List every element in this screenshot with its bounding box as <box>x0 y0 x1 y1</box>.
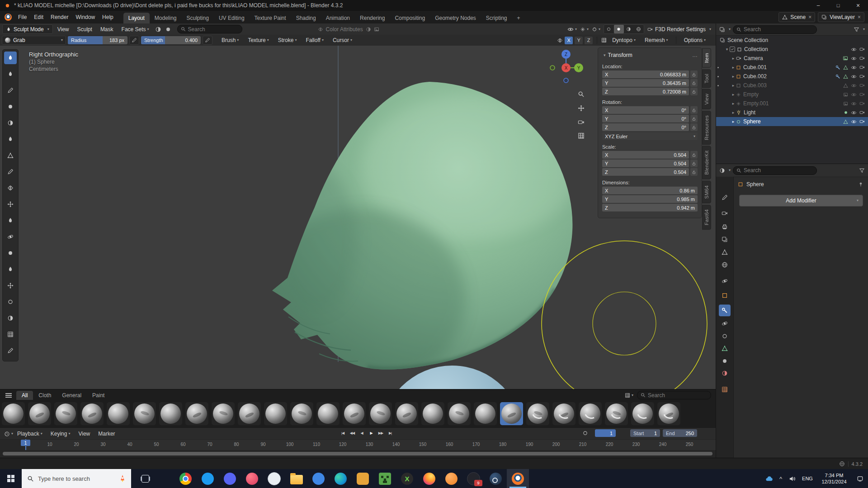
pan-button[interactable] <box>576 103 586 113</box>
taskbar-app-xbox[interactable] <box>396 469 418 488</box>
taskbar-app-brave[interactable] <box>440 469 462 488</box>
perspective-toggle-button[interactable] <box>576 131 586 141</box>
scale-x-field[interactable]: X0.504 <box>602 151 689 159</box>
tab-material[interactable] <box>719 367 731 379</box>
rotation-z-field[interactable]: Z0° <box>602 123 689 131</box>
brush-thumbnail[interactable] <box>631 402 654 425</box>
hide-icon[interactable] <box>851 74 857 80</box>
render-settings-dropdown[interactable]: F3D Render Settings▾ <box>647 26 711 33</box>
radius-slider[interactable]: Radius 183 px <box>68 36 127 44</box>
clock[interactable]: 7:34 PM 12/31/2024 <box>816 472 852 485</box>
brush-thumbnail[interactable] <box>526 402 549 425</box>
disclosure-icon[interactable]: ▸ <box>731 110 736 115</box>
add-workspace-button[interactable]: + <box>512 13 525 23</box>
keying-menu[interactable]: Keying▾ <box>47 431 75 437</box>
options-menu[interactable]: Options▾ <box>680 37 709 43</box>
tab-world[interactable] <box>719 259 731 271</box>
auto-keyframe-icon[interactable] <box>582 430 588 436</box>
current-frame-field[interactable]: 1 <box>595 429 616 437</box>
tab-particles[interactable] <box>719 318 731 329</box>
tab-object[interactable] <box>719 290 731 301</box>
taskbar-app-chrome[interactable] <box>175 469 197 488</box>
sidebar-tab-blenderkit[interactable]: BlenderKit <box>702 146 711 179</box>
location-y-field[interactable]: Y0.36435 m <box>602 79 689 87</box>
shading-solid-button[interactable] <box>614 25 624 33</box>
workspace-tab-scripting[interactable]: Scripting <box>481 13 512 23</box>
brush-thumbnail[interactable] <box>264 402 287 425</box>
menu-sculpt[interactable]: Sculpt <box>74 26 96 33</box>
workspace-tab-animation[interactable]: Animation <box>321 13 355 23</box>
outliner-search-input[interactable]: Search <box>733 25 817 34</box>
outliner-row-light[interactable]: ▸ Light <box>716 108 868 117</box>
strength-slider[interactable]: Strength 0.400 <box>141 36 201 44</box>
horizontal-scrollbar[interactable] <box>3 452 712 455</box>
start-button[interactable] <box>0 469 22 488</box>
shading-rendered-button[interactable] <box>634 27 644 32</box>
sidebar-tab-tool[interactable]: Tool <box>702 69 711 88</box>
tool-button[interactable] <box>4 230 17 243</box>
tool-button[interactable] <box>4 198 17 211</box>
lock-icon[interactable] <box>690 115 698 122</box>
shelf-tab-cloth[interactable]: Cloth <box>33 391 57 400</box>
tab-vertex-data[interactable] <box>719 355 731 367</box>
remesh-grid-icon[interactable] <box>601 38 607 43</box>
sidebar-tab-sm64[interactable]: SM64 <box>702 181 711 203</box>
render-visibility-icon[interactable] <box>859 101 865 106</box>
add-modifier-button[interactable]: Add Modifier ▾ <box>739 195 863 206</box>
maximize-button[interactable]: □ <box>828 0 848 11</box>
menu-view[interactable]: View <box>54 26 73 33</box>
render-visibility-icon[interactable] <box>859 92 865 97</box>
taskbar-app-discord[interactable] <box>219 469 241 488</box>
brush-thumbnail[interactable] <box>212 402 235 425</box>
lock-icon[interactable] <box>690 106 698 114</box>
location-z-field[interactable]: Z0.72008 m <box>602 88 689 95</box>
render-visibility-icon[interactable] <box>859 56 865 61</box>
camera-view-button[interactable] <box>576 117 586 127</box>
menu-edit[interactable]: Edit <box>30 14 47 20</box>
brush-thumbnail[interactable] <box>185 402 208 425</box>
taskbar-app-steam[interactable] <box>485 469 507 488</box>
tool-button[interactable] <box>4 312 17 324</box>
mode-selector[interactable]: Sculpt Mode ▾ <box>2 24 53 34</box>
render-visibility-icon[interactable] <box>859 110 865 115</box>
render-visibility-icon[interactable] <box>859 74 865 79</box>
tool-button[interactable] <box>4 344 17 357</box>
dimensions-z-field[interactable]: Z0.942 m <box>602 204 698 211</box>
jump-to-end-button[interactable]: ▶| <box>386 429 395 437</box>
jump-to-start-button[interactable]: |◀ <box>338 429 347 437</box>
remesh-menu[interactable]: Remesh▾ <box>641 37 672 43</box>
tab-modifiers[interactable] <box>719 305 731 316</box>
brush-thumbnail[interactable] <box>474 402 497 425</box>
workspace-tab-uv-editing[interactable]: UV Editing <box>214 13 250 23</box>
brush-thumbnail[interactable] <box>290 402 313 425</box>
brush-thumbnail[interactable] <box>54 402 77 425</box>
tool-button[interactable] <box>4 68 17 80</box>
outliner-row-empty001[interactable]: ▸ Empty.001 <box>716 99 868 108</box>
sidebar-tab-fast64[interactable]: Fast64 <box>702 205 711 230</box>
workspace-tab-modeling[interactable]: Modeling <box>150 13 182 23</box>
menu-help[interactable]: Help <box>99 14 117 20</box>
collapse-icon[interactable]: ▾ <box>604 53 606 57</box>
palette-icon[interactable] <box>366 27 371 32</box>
render-visibility-icon[interactable] <box>859 65 865 70</box>
lock-icon[interactable] <box>690 88 698 95</box>
shading-wireframe-button[interactable] <box>604 27 614 32</box>
workspace-tab-sculpting[interactable]: Sculpting <box>182 13 214 23</box>
stroke-menu[interactable]: Stroke▾ <box>274 37 301 43</box>
menu-face-sets[interactable]: Face Sets▾ <box>118 26 153 33</box>
tool-button[interactable] <box>4 263 17 276</box>
collection-checkbox[interactable] <box>730 47 735 52</box>
tab-constraints[interactable] <box>719 330 731 342</box>
outliner-row-sphere-selected[interactable]: ▸ Sphere <box>716 117 868 126</box>
menu-window[interactable]: Window <box>72 14 99 20</box>
workspace-tab-rendering[interactable]: Rendering <box>355 13 390 23</box>
brush-thumbnail[interactable] <box>552 402 576 425</box>
outliner-row-cube002[interactable]: ▸ Cube.002 <box>716 72 868 81</box>
brush-thumbnail[interactable] <box>421 402 444 425</box>
minimize-button[interactable]: – <box>808 0 828 11</box>
tool-button-active[interactable] <box>4 52 17 64</box>
taskbar-app-honey[interactable] <box>352 469 374 488</box>
view-layer-selector[interactable]: ViewLayer × <box>818 12 864 22</box>
bing-rocket-icon[interactable] <box>118 474 127 483</box>
brush-thumbnail[interactable] <box>159 402 182 425</box>
